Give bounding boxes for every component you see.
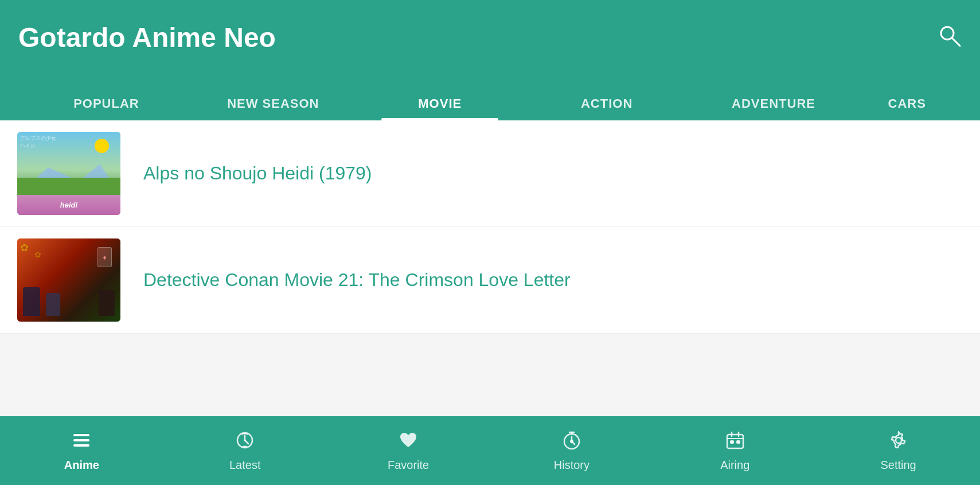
nav-label-airing: Airing bbox=[720, 459, 749, 472]
anime-thumbnail-heidi: heidi アルプスの少女ハイジ bbox=[17, 132, 120, 215]
app-title: Gotardo Anime Neo bbox=[18, 22, 276, 53]
list-item[interactable]: ♦ ✿ ✿ Detective Conan Movie 21: The Crim… bbox=[0, 227, 980, 334]
nav-label-history: History bbox=[554, 459, 589, 472]
calendar-icon bbox=[724, 429, 746, 454]
nav-item-history[interactable]: History bbox=[490, 416, 653, 485]
nav-label-latest: Latest bbox=[229, 459, 260, 472]
nav-item-latest[interactable]: Latest bbox=[163, 416, 327, 485]
svg-point-21 bbox=[896, 437, 901, 443]
tab-new-season[interactable]: NEW SEASON bbox=[190, 96, 357, 120]
content-area: heidi アルプスの少女ハイジ Alps no Shoujo Heidi (1… bbox=[0, 120, 980, 416]
anime-title-heidi: Alps no Shoujo Heidi (1979) bbox=[143, 163, 372, 184]
anime-title-conan: Detective Conan Movie 21: The Crimson Lo… bbox=[143, 269, 571, 291]
tab-cars[interactable]: CARS bbox=[857, 96, 957, 120]
svg-line-7 bbox=[245, 440, 248, 444]
svg-line-1 bbox=[952, 38, 960, 46]
nav-item-setting[interactable]: Setting bbox=[817, 416, 980, 485]
nav-label-setting: Setting bbox=[880, 459, 916, 472]
svg-rect-4 bbox=[73, 444, 89, 447]
svg-rect-19 bbox=[731, 441, 733, 443]
header: Gotardo Anime Neo bbox=[0, 0, 980, 75]
category-bar: POPULAR NEW SEASON MOVIE ACTION ADVENTUR… bbox=[0, 75, 980, 120]
nav-label-favorite: Favorite bbox=[388, 459, 429, 472]
bottom-nav: Anime Latest Favorite bbox=[0, 416, 980, 485]
nav-item-favorite[interactable]: Favorite bbox=[327, 416, 490, 485]
tab-movie[interactable]: MOVIE bbox=[357, 96, 524, 120]
anime-thumbnail-conan: ♦ ✿ ✿ bbox=[17, 238, 120, 322]
list-icon bbox=[71, 429, 92, 454]
tab-adventure[interactable]: ADVENTURE bbox=[690, 96, 857, 120]
timer-icon bbox=[561, 429, 583, 454]
nav-item-airing[interactable]: Airing bbox=[653, 416, 817, 485]
heart-icon bbox=[397, 429, 419, 454]
list-item[interactable]: heidi アルプスの少女ハイジ Alps no Shoujo Heidi (1… bbox=[0, 120, 980, 227]
gear-icon bbox=[888, 429, 909, 454]
svg-point-0 bbox=[941, 27, 954, 40]
tab-popular[interactable]: POPULAR bbox=[23, 96, 190, 120]
clock-icon bbox=[234, 429, 256, 454]
svg-rect-20 bbox=[737, 441, 740, 443]
svg-rect-15 bbox=[727, 435, 743, 448]
svg-rect-2 bbox=[73, 434, 89, 436]
search-icon[interactable] bbox=[936, 22, 962, 53]
tab-action[interactable]: ACTION bbox=[524, 96, 690, 120]
svg-rect-3 bbox=[73, 439, 89, 441]
svg-point-14 bbox=[571, 440, 573, 443]
nav-label-anime: Anime bbox=[64, 459, 99, 472]
nav-item-anime[interactable]: Anime bbox=[0, 416, 163, 485]
